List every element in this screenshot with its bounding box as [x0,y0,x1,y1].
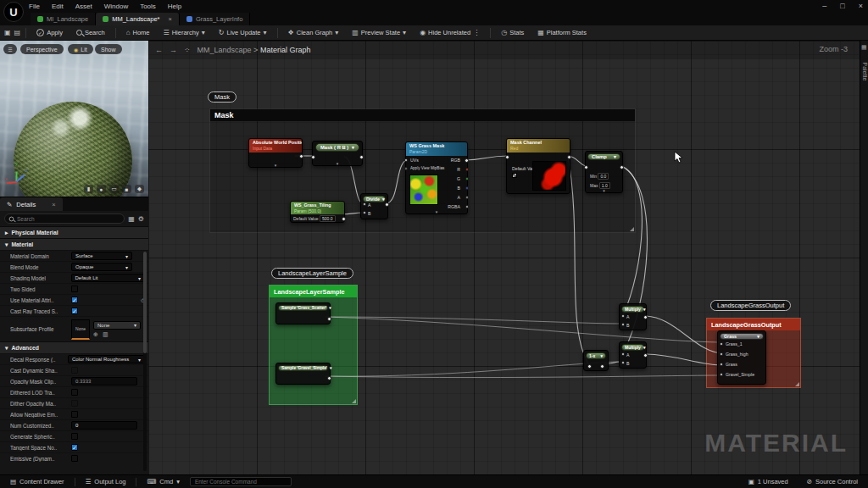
use-selected-icon[interactable]: ⊕ [93,331,98,338]
output-log-button[interactable]: ☰ Output Log [81,475,131,488]
input-pin[interactable] [584,165,588,169]
output-pin[interactable] [359,155,364,159]
output-pin[interactable] [620,165,624,169]
output-pin[interactable] [327,317,331,321]
material-domain-dropdown[interactable]: Surface▾ [71,252,132,260]
grasshigh-pin[interactable] [720,352,723,356]
menu-file[interactable]: File [29,3,40,10]
node-mask-rb[interactable]: Mask ( R B )▾ ▾ [312,141,363,166]
use-material-attributes-checkbox[interactable]: ✓ [71,297,78,303]
category-advanced[interactable]: ▾Advanced [0,341,148,353]
input-b-pin[interactable] [621,323,625,326]
output-pin[interactable] [643,353,648,358]
console-command-input[interactable]: Enter Console Command [190,477,292,486]
output-pin[interactable] [385,202,389,207]
menu-asset[interactable]: Asset [75,3,92,10]
kebab-icon[interactable]: ⋮ [473,29,480,36]
close-icon[interactable]: × [859,2,863,10]
content-drawer-button[interactable]: ▤ Content Drawer [5,475,70,488]
comment-bubble-layersample[interactable]: LandscapeLayerSample [271,268,353,279]
emissive-dynamic-checkbox[interactable] [71,455,78,462]
two-sided-checkbox[interactable] [71,286,78,292]
r-pin[interactable] [465,168,469,171]
source-control-button[interactable]: ⊘ Source Control [802,475,863,488]
node-ws-grass-tiling[interactable]: WS_Grass_TilingParam (500.0) Default Val… [290,201,345,223]
input-pin[interactable] [587,364,592,369]
grass-pin[interactable] [720,363,723,366]
node-mask-channel[interactable]: Mask ChannelRed Default Value [506,138,570,194]
tangent-space-normal-checkbox[interactable]: ✓ [71,444,78,451]
subsurface-thumbnail[interactable]: None [71,319,90,340]
node-sample-grass-scatter[interactable]: Sample 'Grass_Scatter'▾ [275,302,331,324]
cast-dynamic-shadow-checkbox[interactable] [71,367,78,374]
blend-mode-dropdown[interactable]: Opaque▾ [71,263,132,271]
home-button[interactable]: ⌂ Home [121,27,155,38]
b-pin[interactable] [465,186,469,190]
input-a-pin[interactable] [621,352,625,356]
apply-button[interactable]: ✓ Apply [31,27,68,38]
input-pin[interactable] [311,155,315,159]
sphere-shape-button[interactable]: ● [97,185,106,193]
stats-button[interactable]: ◷ Stats [496,27,529,38]
browse-to-asset-icon[interactable]: ▤ [14,29,21,36]
details-tab[interactable]: ✎ Details × [0,197,63,211]
back-icon[interactable]: ← [155,46,163,54]
settings-gear-icon[interactable]: ⚙ [138,215,144,223]
opacity-mask-clip-field[interactable]: 0.3333 [71,377,137,385]
cube-shape-button[interactable]: ■ [122,185,131,193]
mipbias-pin[interactable] [404,167,408,170]
input-a-pin[interactable] [621,314,625,318]
show-button[interactable]: Show [95,44,122,54]
input-b-pin[interactable] [621,361,625,364]
material-preview-viewport[interactable]: ☰ Perspective ◉Lit Show y z x ▮ ● ▭ ■ ◆ [0,41,148,197]
cast-ray-traced-checkbox[interactable]: ✓ [71,308,78,314]
details-search-input[interactable] [4,214,125,224]
lit-button[interactable]: ◉Lit [68,44,93,54]
dither-opacity-checkbox[interactable] [71,400,78,407]
node-one-minus[interactable]: 1-x▾ [583,350,609,371]
hide-unrelated-button[interactable]: ◉ Hide Unrelated⋮ [415,27,485,38]
breadcrumb-parent[interactable]: MM_Landscape [198,46,252,54]
details-close-icon[interactable]: × [52,201,55,208]
input-b-pin[interactable] [363,211,366,214]
viewport-menu-button[interactable]: ☰ [3,44,17,54]
node-ws-grass-mask[interactable]: WS Grass MaskParam2D UVs Apply View MipB… [405,141,468,214]
input-a-pin[interactable] [363,202,366,206]
gravelsimple-pin[interactable] [720,373,723,376]
display-filter-icon[interactable]: ▦ [128,215,135,223]
menu-help[interactable]: Help [168,3,181,10]
browse-asset-icon[interactable]: ▥ [103,331,108,338]
clean-graph-button[interactable]: ❖ Clean Graph▾ [283,27,344,38]
output-pin[interactable] [299,154,303,158]
cylinder-shape-button[interactable]: ▮ [84,185,93,193]
a-pin[interactable] [465,196,469,199]
unsaved-button[interactable]: ▣ 1 Unsaved [743,475,793,488]
live-update-button[interactable]: ↻ Live Update▾ [214,27,272,38]
node-absolute-world-position[interactable]: Absolute World PositionInput Data ▾ [248,138,303,168]
rgba-pin[interactable] [465,205,469,208]
decal-response-dropdown[interactable]: Color Normal Roughness▾ [68,355,145,363]
node-clamp[interactable]: Clamp▾ Min 0.0 Max 1.0 ▾ [585,151,623,193]
grass1-pin[interactable] [720,342,723,346]
preview-state-button[interactable]: ▥ Preview State▾ [347,27,411,38]
menu-edit[interactable]: Edit [52,3,64,10]
generate-spherical-checkbox[interactable] [71,433,78,440]
node-multiply-2[interactable]: Multiply▾ A B [619,341,647,369]
g-pin[interactable] [465,177,469,180]
menu-tools[interactable]: Tools [140,3,156,10]
uvs-pin[interactable] [404,158,408,162]
search-button[interactable]: Search [71,27,110,38]
tab-close-icon[interactable]: × [169,15,172,23]
node-landscape-grass-output[interactable]: Grass▾ Grass_1 Grass_high Grass Gravel_S… [717,330,766,385]
tab-mm-landscape[interactable]: MM_Landscape* × [96,13,180,25]
output-pin[interactable] [327,376,331,380]
save-icon[interactable]: ▣ [4,29,11,36]
allow-negative-emissive-checkbox[interactable] [71,411,78,418]
comment-bubble-mask[interactable]: Mask [208,92,236,103]
shading-model-dropdown[interactable]: Default Lit▾ [71,274,145,282]
maximize-icon[interactable]: □ [840,2,844,10]
platform-stats-button[interactable]: ▦ Platform Stats [532,27,592,38]
output-pin[interactable] [643,315,648,319]
num-customized-field[interactable]: 0 [71,421,137,430]
minimize-icon[interactable]: – [822,2,826,10]
